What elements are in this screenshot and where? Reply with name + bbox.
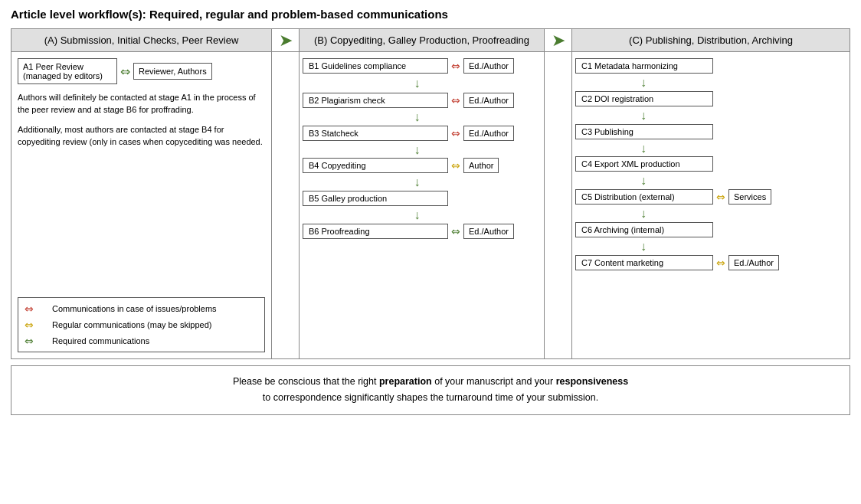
c2-box: C2 DOI registration: [575, 91, 713, 106]
b4-arrow: ⇔: [451, 159, 460, 172]
b2-right: Ed./Author: [463, 93, 514, 108]
b3-row: B3 Statcheck ⇔ Ed./Author: [303, 126, 541, 141]
legend-red-arrow: ⇔: [25, 303, 46, 315]
c7-box: C7 Content marketing: [575, 255, 713, 270]
legend-yellow-arrow: ⇔: [25, 319, 46, 331]
bottom-note: Please be conscious that the right prepa…: [11, 365, 850, 415]
bottom-text-before: Please be conscious that the right: [233, 376, 379, 387]
b5-row: B5 Galley production: [303, 191, 541, 206]
title-bold: Article level workflow(s):: [11, 8, 146, 21]
b1-box: B1 Guidelines compliance: [303, 58, 448, 74]
header-arrow-bc: ➤: [545, 29, 572, 51]
col-a-text2: Additionally, most authors are contacted…: [18, 124, 265, 149]
c5-c6-arrow: ↓: [575, 206, 846, 222]
legend: ⇔ Communications in case of issues/probl…: [18, 297, 265, 352]
main-diagram: (A) Submission, Initial Checks, Peer Rev…: [11, 28, 850, 359]
b-steps: B1 Guidelines compliance ⇔ Ed./Author ↓ …: [303, 58, 541, 241]
c4-row: C4 Export XML production: [575, 156, 846, 172]
b5-box: B5 Galley production: [303, 191, 448, 206]
c7-arrow: ⇔: [716, 257, 725, 269]
b4-b5-arrow: ↓: [349, 175, 495, 191]
c3-c4-arrow: ↓: [575, 141, 846, 157]
bottom-text-mid: of your manuscript and your: [432, 376, 556, 387]
b1-arrow: ⇔: [451, 60, 460, 72]
c1-c2-arrow: ↓: [575, 75, 846, 91]
gap-bc: [545, 52, 572, 358]
legend-green-arrow: ⇔: [25, 335, 46, 347]
legend-item-yellow: ⇔ Regular communications (may be skipped…: [25, 319, 258, 331]
b4-row: B4 Copyediting ⇔ Author: [303, 158, 541, 173]
c6-box: C6 Archiving (internal): [575, 222, 713, 237]
reviewer-box: Reviewer, Authors: [133, 63, 212, 80]
c4-box: C4 Export XML production: [575, 156, 713, 172]
c3-box: C3 Publishing: [575, 124, 713, 139]
b3-arrow: ⇔: [451, 127, 460, 139]
col-c: C1 Metadata harmonizing ↓ C2 DOI registr…: [572, 52, 850, 358]
col-a-text1: Authors will definitely be contacted at …: [18, 92, 265, 116]
header-arrow-ab: ➤: [272, 29, 300, 51]
c1-row: C1 Metadata harmonizing: [575, 58, 846, 74]
b6-right: Ed./Author: [463, 224, 514, 239]
c2-c3-arrow: ↓: [575, 108, 846, 124]
page-title: Article level workflow(s): Required, reg…: [11, 8, 850, 21]
b6-arrow: ⇔: [451, 225, 460, 237]
b4-right: Author: [463, 158, 499, 173]
b1-b2-arrow: ↓: [349, 76, 495, 92]
b2-arrow: ⇔: [451, 94, 460, 106]
b3-b4-arrow: ↓: [349, 142, 495, 159]
content-row: A1 Peer Review (managed by editors) ⇔ Re…: [11, 52, 850, 358]
legend-item-green: ⇔ Required communications: [25, 335, 258, 347]
bottom-text-after: to correspondence significantly shapes t…: [263, 392, 598, 403]
c5-row: C5 Distribution (external) ⇔ Services: [575, 189, 846, 205]
c7-right: Ed./Author: [728, 255, 779, 270]
b2-row: B2 Plagiarism check ⇔ Ed./Author: [303, 93, 541, 108]
col-a: A1 Peer Review (managed by editors) ⇔ Re…: [11, 52, 272, 358]
c5-box: C5 Distribution (external): [575, 189, 713, 205]
col-c-header: (C) Publishing, Distribution, Archiving: [572, 29, 850, 51]
c4-c5-arrow: ↓: [575, 173, 846, 189]
arrow-a1-rev: ⇔: [120, 64, 130, 79]
b5-b6-arrow: ↓: [349, 208, 495, 224]
col-a-header: (A) Submission, Initial Checks, Peer Rev…: [11, 29, 272, 51]
header-row: (A) Submission, Initial Checks, Peer Rev…: [11, 29, 850, 52]
c5-right: Services: [728, 189, 771, 205]
b1-row: B1 Guidelines compliance ⇔ Ed./Author: [303, 58, 541, 74]
a1-box: A1 Peer Review (managed by editors): [18, 58, 117, 84]
c6-c7-arrow: ↓: [575, 239, 846, 255]
bottom-bold2: responsiveness: [556, 376, 629, 387]
gap-ab: [272, 52, 300, 358]
bottom-bold1: preparation: [379, 376, 432, 387]
title-rest: Required, regular and problem-based comm…: [146, 8, 448, 21]
b3-right: Ed./Author: [463, 126, 514, 141]
c1-box: C1 Metadata harmonizing: [575, 58, 713, 74]
legend-item-red: ⇔ Communications in case of issues/probl…: [25, 303, 258, 315]
b2-box: B2 Plagiarism check: [303, 93, 448, 108]
c2-row: C2 DOI registration: [575, 91, 846, 106]
col-b: B1 Guidelines compliance ⇔ Ed./Author ↓ …: [300, 52, 545, 358]
b2-b3-arrow: ↓: [349, 110, 495, 126]
b4-box: B4 Copyediting: [303, 158, 448, 173]
b6-box: B6 Proofreading: [303, 224, 448, 239]
c7-row: C7 Content marketing ⇔ Ed./Author: [575, 255, 846, 270]
c-steps: C1 Metadata harmonizing ↓ C2 DOI registr…: [575, 58, 846, 272]
c6-row: C6 Archiving (internal): [575, 222, 846, 237]
c5-arrow: ⇔: [716, 191, 725, 203]
b6-row: B6 Proofreading ⇔ Ed./Author: [303, 224, 541, 239]
c3-row: C3 Publishing: [575, 124, 846, 139]
b3-box: B3 Statcheck: [303, 126, 448, 141]
b1-right: Ed./Author: [463, 58, 514, 74]
col-b-header: (B) Copyediting, Galley Production, Proo…: [300, 29, 545, 51]
col-a-top: A1 Peer Review (managed by editors) ⇔ Re…: [18, 58, 265, 84]
